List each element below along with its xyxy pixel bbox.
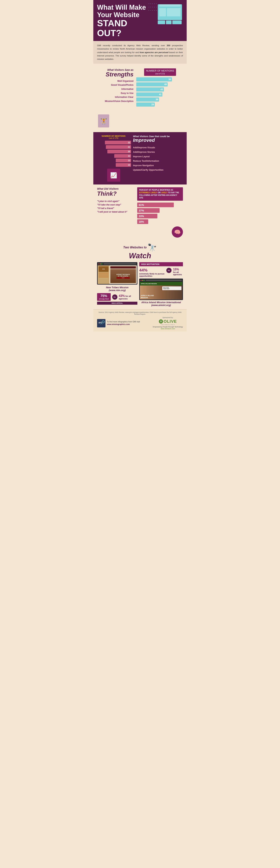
watch-title: Watch <box>129 252 151 260</box>
improved-title: Improved <box>133 138 184 143</box>
imp-bar-fill-2: 21 <box>106 145 131 149</box>
strengths-bar-chart: 56 49 43 41 36 <box>136 78 184 106</box>
aim-stat2-value: 44% extremely likely to pursue opportuni… <box>139 268 165 277</box>
percent-row-3: 33% <box>137 214 183 218</box>
footer-bottom: gmi To find more infographics from GMI v… <box>97 317 183 330</box>
imp-bar-row-4: 14 <box>96 154 131 158</box>
small-rects-decoration <box>158 21 181 24</box>
improved-bar-chart: 22 21 20 14 13 <box>96 141 131 167</box>
header-title: What Will Make Your Website STAND OUT? <box>97 4 149 38</box>
aim-section: HIGH MOTIVATION 44% extremely likely to … <box>139 262 183 307</box>
think-right: PERCENT OF PEOPLE IDENTIFIED AS EXTREMEL… <box>137 187 183 238</box>
imp-bar-row-5: 13 <box>96 159 131 162</box>
binoculars-icon: 🔭 <box>147 243 157 252</box>
strengths-right: NUMBER OF MENTIONS (out of 213) 56 49 43 <box>135 66 187 110</box>
think-label: What Did Visitors <box>97 187 134 190</box>
strength-item-6: Mission/Vision Description <box>97 99 134 103</box>
intro-section: GMI recently conducted its Agency Web Re… <box>93 41 187 64</box>
ntm-content: NTM EXPAND THE REACHOF THE GOSPEL GIVE <box>97 266 137 284</box>
ntm-stat2-value: 43% for all agencies <box>119 294 137 300</box>
improved-section: NUMBER OF MENTIONS (out of 176) 22 21 20 <box>93 132 187 184</box>
watch-section: Two Websites to 🔭 Watch NTM <box>93 240 187 309</box>
ntm-browser-bar <box>97 263 137 265</box>
imp-bar-fill-6: 13 <box>116 163 131 167</box>
bar-row-3: 43 <box>136 87 184 92</box>
aim-top-stats: 44% extremely likely to pursue opportuni… <box>139 268 183 277</box>
think-left: What Did Visitors Think? "I plan to visi… <box>97 187 134 214</box>
lifter-decoration: 🏋️ <box>98 115 134 127</box>
percent-bar-3: 33% <box>137 214 157 218</box>
title-line3: STAND OUT? <box>97 18 127 38</box>
bar-fill-1: 56 <box>136 78 172 82</box>
aim-discover-text: AFRICA INLANDMISSION <box>141 294 154 299</box>
olive-url[interactable]: www.olivetech.com <box>161 328 175 330</box>
think-title: Think? <box>97 190 134 197</box>
olive-tagline: Empowering People through Technology <box>153 326 183 328</box>
bar-fill-4: 41 <box>136 92 162 96</box>
aim-body: DISCOVERYOUR PART AFRICA INLANDMISSION <box>140 285 183 300</box>
aim-stat1-value: 15% for all agencies <box>173 268 183 276</box>
bar-row-2: 49 <box>136 82 184 87</box>
think-percent-header: PERCENT OF PEOPLE IDENTIFIED AS EXTREMEL… <box>137 187 183 201</box>
think-section: What Did Visitors Think? "I plan to visi… <box>93 184 187 240</box>
title-line1: What Will Make <box>97 4 146 11</box>
olive-sub: TECHNOLOGY <box>161 324 175 326</box>
ntm-tag: HIGH APPEAL <box>97 302 137 305</box>
imp-item-6: Update/Clarify Opportunities <box>133 168 184 172</box>
aim-overlay-text: DISCOVERYOUR PART <box>163 287 181 289</box>
gmi-url[interactable]: www.missiographics.com <box>107 323 130 326</box>
strength-item-3: Informative <box>97 87 134 91</box>
improved-chart-header: NUMBER OF MENTIONS <box>96 135 131 137</box>
ntm-hero: EXPAND THE REACHOF THE GOSPEL GIVE <box>110 269 136 283</box>
footer-gmi: gmi To find more infographics from GMI v… <box>97 319 140 328</box>
olive-name: OLIVE <box>164 319 177 324</box>
aim-name: Africa Inland Mission International (www… <box>139 301 183 307</box>
ntm-give-btn: GIVE <box>116 277 130 279</box>
dot-pattern: · · · · · · · · · · · · · · · <box>148 2 157 12</box>
aim-header-bar: AFRICA INLAND MISSION <box>140 282 183 285</box>
bar-fill-3: 43 <box>136 87 164 92</box>
strengths-left: What Visitors Saw as Strengths Well Orga… <box>93 66 135 129</box>
imp-bar-row-2: 21 <box>96 145 131 149</box>
trend-icon: 📈 <box>107 168 120 182</box>
ntm-stats-row: 75% strongly liked vs. 43% for all agenc… <box>97 293 137 301</box>
aim-motivation-tag: HIGH MOTIVATION <box>139 262 183 266</box>
strength-item-2: Good Visuals/Photos <box>97 83 134 87</box>
ntm-section: NTM EXPAND THE REACHOF THE GOSPEL GIVE <box>97 262 137 307</box>
strengths-items-list: Well Organized Good Visuals/Photos Infor… <box>97 79 134 103</box>
percent-bar-4: 18% <box>137 219 148 224</box>
footer-section: Source: 2013 Agency Web Review, www.gmi.… <box>93 309 187 332</box>
imp-item-1: Add/Improve Visuals <box>133 145 184 150</box>
think-quote-1: "I plan to visit again" <box>97 200 134 203</box>
strength-item-4: Easy to Use <box>97 91 134 95</box>
website-decoration <box>158 3 184 23</box>
svg-text:gmi: gmi <box>99 321 102 323</box>
aim-content: AFRICA INLAND MISSION DISCOVERYOUR PART … <box>140 282 183 300</box>
think-percent-bars: 61% 37% 33% 18% <box>137 203 183 224</box>
percent-bar-1: 61% <box>137 203 174 207</box>
watch-content: NTM EXPAND THE REACHOF THE GOSPEL GIVE <box>97 262 183 307</box>
improved-left: NUMBER OF MENTIONS (out of 176) 22 21 20 <box>96 135 133 182</box>
strengths-section: What Visitors Saw as Strengths Well Orga… <box>93 64 187 132</box>
imp-item-5: Improve Navigation <box>133 163 184 168</box>
imp-bar-fill-1: 22 <box>105 141 131 145</box>
imp-bar-row-6: 13 <box>96 163 131 167</box>
percent-bar-2: 37% <box>137 208 160 213</box>
ntm-nav <box>110 266 136 269</box>
improved-right: What Visitors Saw that could be Improved… <box>133 135 184 172</box>
title-line2: Your Website <box>97 11 139 19</box>
imp-bar-row-3: 20 <box>96 150 131 153</box>
ntm-name: New Tribes Mission (www.ntm.org) <box>97 286 137 291</box>
watch-header: Two Websites to 🔭 Watch <box>97 243 183 259</box>
bar-row-5: 36 <box>136 97 184 101</box>
ntm-stat1: 75% strongly liked <box>97 293 111 301</box>
olive-circle-icon: O <box>159 319 163 323</box>
ntm-vs-circle: vs. <box>112 294 117 300</box>
strength-item-1: Well Organized <box>97 79 134 83</box>
think-quotes: "I plan to visit again" "I'll take the n… <box>97 200 134 213</box>
bar-fill-6: 29 <box>136 102 155 106</box>
bar-row-1: 56 <box>136 78 184 82</box>
header-section: What Will Make Your Website STAND OUT? ·… <box>93 0 187 41</box>
improved-items-list: Add/Improve Visuals Add/Improve Stories … <box>133 145 184 172</box>
watch-label: Two Websites to <box>123 246 146 249</box>
